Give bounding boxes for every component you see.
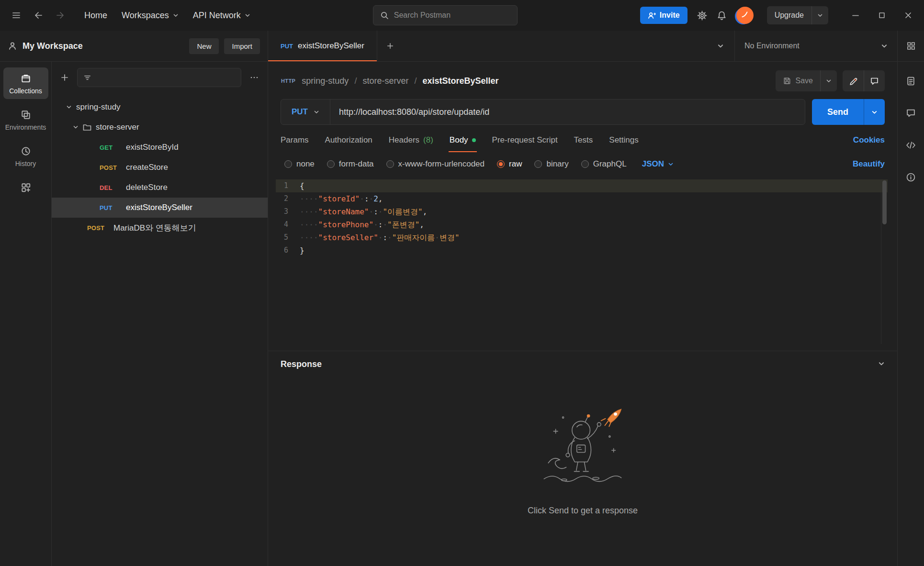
mode-label: none — [296, 159, 315, 169]
body-mode-raw[interactable]: raw — [497, 159, 522, 169]
request-item[interactable]: POSTcreateStore — [52, 157, 268, 178]
method-select[interactable]: PUT — [281, 107, 330, 117]
cookies-link[interactable]: Cookies — [853, 135, 885, 152]
language-select[interactable]: JSON — [642, 159, 674, 169]
nav-home-label: Home — [84, 11, 107, 21]
send-options-chevron[interactable] — [864, 99, 885, 125]
rail-label-history: History — [15, 160, 36, 167]
body-mode-form-data[interactable]: form-data — [327, 159, 374, 169]
request-actions-group — [843, 70, 885, 91]
add-collection-button[interactable] — [60, 73, 69, 82]
scrollbar-thumb[interactable] — [882, 180, 887, 224]
sidebar-item-mock-servers[interactable] — [3, 177, 48, 197]
settings-gear-icon[interactable] — [697, 11, 707, 21]
request-item[interactable]: POSTMariaDB와 연동해보기 — [52, 218, 268, 238]
request-tab-body[interactable]: Body — [450, 135, 476, 152]
beautify-button[interactable]: Beautify — [853, 159, 885, 169]
url-input[interactable]: http://localhost:8080/api/store/update/i… — [330, 107, 498, 117]
empty-response-text: Click Send to get a response — [528, 506, 638, 516]
folder-item[interactable]: store-server — [52, 117, 268, 137]
sidebar-filter-input[interactable] — [77, 68, 241, 87]
nav-workspaces[interactable]: Workspaces — [122, 11, 179, 21]
upgrade-button[interactable]: Upgrade — [767, 6, 828, 24]
editor-line[interactable]: 4····"storePhone"·:·"폰변경", — [276, 218, 888, 231]
request-tab-params[interactable]: Params — [281, 135, 309, 152]
send-button-group: Send — [812, 99, 885, 125]
request-item[interactable]: GETexistStoreById — [52, 137, 268, 157]
minimize-icon[interactable] — [851, 11, 860, 20]
send-button[interactable]: Send — [812, 99, 864, 125]
editor-line[interactable]: 2····"storeId"·:·2, — [276, 192, 888, 205]
chevron-down-icon — [717, 43, 724, 49]
environment-quick-look-button[interactable] — [897, 31, 924, 61]
code-text: ····"storeName"·:·"이름변경", — [300, 205, 427, 218]
tab-overflow-button[interactable] — [707, 31, 734, 61]
item-label: existStoreById — [126, 143, 179, 152]
maximize-icon[interactable] — [878, 11, 886, 19]
item-label: existStoreBySeller — [126, 203, 192, 212]
request-item[interactable]: PUTexistStoreBySeller — [52, 198, 268, 218]
editor-scrollbar[interactable] — [881, 179, 888, 344]
nav-home[interactable]: Home — [84, 11, 107, 21]
chevron-down-icon — [668, 161, 674, 167]
save-button[interactable]: Save — [776, 70, 820, 91]
new-tab-button[interactable] — [377, 31, 403, 61]
request-tab-settings[interactable]: Settings — [609, 135, 638, 152]
back-icon[interactable] — [34, 11, 43, 20]
body-mode-binary[interactable]: binary — [534, 159, 568, 169]
request-tab-pre-request-script[interactable]: Pre-request Script — [492, 135, 558, 152]
response-title: Response — [281, 359, 322, 369]
more-options-icon[interactable] — [249, 73, 259, 82]
body-editor[interactable]: 1{2····"storeId"·:·2,3····"storeName"·:·… — [276, 179, 888, 344]
tab-label: Params — [281, 135, 309, 145]
sidebar-item-history[interactable]: History — [3, 140, 48, 172]
avatar[interactable] — [736, 7, 754, 24]
body-mode-x-www-form-urlencoded[interactable]: x-www-form-urlencoded — [386, 159, 485, 169]
forward-icon[interactable] — [56, 11, 65, 20]
workspace-person-icon — [8, 41, 17, 51]
nav-api-network[interactable]: API Network — [193, 11, 250, 21]
global-search-input[interactable]: Search Postman — [373, 5, 518, 25]
chevron-down-icon — [173, 12, 179, 18]
rename-button[interactable] — [843, 70, 864, 91]
sidebar-item-environments[interactable]: Environments — [3, 104, 48, 135]
body-mode-row: noneform-datax-www-form-urlencodedrawbin… — [268, 152, 897, 177]
save-options-chevron[interactable] — [820, 70, 837, 91]
line-number: 4 — [276, 218, 300, 231]
body-mode-none[interactable]: none — [284, 159, 315, 169]
response-collapse-button[interactable] — [878, 359, 885, 369]
code-icon[interactable] — [906, 140, 916, 150]
comments-icon[interactable] — [906, 108, 916, 118]
documentation-icon[interactable] — [906, 76, 916, 86]
request-tab-tests[interactable]: Tests — [574, 135, 593, 152]
request-tab-headers[interactable]: Headers(8) — [389, 135, 433, 152]
breadcrumb-item[interactable]: spring-study — [302, 76, 349, 86]
breadcrumb-item[interactable]: existStoreBySeller — [422, 76, 498, 86]
sidebar-item-collections[interactable]: Collections — [3, 67, 48, 99]
request-tab-existstorebyseller[interactable]: PUT existStoreBySeller — [268, 31, 377, 61]
new-button[interactable]: New — [189, 38, 219, 54]
editor-line[interactable]: 5····"storeSeller"·:·"판매자이름·변경" — [276, 231, 888, 244]
environment-selector[interactable]: No Environment — [734, 31, 897, 61]
upgrade-chevron[interactable] — [811, 6, 828, 24]
search-icon — [380, 11, 389, 20]
mode-label: binary — [546, 159, 568, 169]
editor-line[interactable]: 1{ — [276, 179, 888, 192]
workspace-name[interactable]: My Workspace — [23, 41, 83, 51]
info-icon[interactable] — [906, 172, 916, 182]
request-item[interactable]: DELdeleteStore — [52, 178, 268, 198]
breadcrumb-item[interactable]: store-server — [362, 76, 408, 86]
notifications-bell-icon[interactable] — [717, 11, 727, 21]
invite-button[interactable]: Invite — [640, 7, 687, 24]
import-button[interactable]: Import — [224, 38, 260, 54]
close-icon[interactable] — [904, 11, 913, 20]
editor-line[interactable]: 6} — [276, 244, 888, 257]
top-nav: Home Workspaces API Network — [84, 11, 250, 21]
collections-icon — [21, 73, 31, 84]
body-mode-graphql[interactable]: GraphQL — [581, 159, 627, 169]
editor-line[interactable]: 3····"storeName"·:·"이름변경", — [276, 205, 888, 218]
comments-button[interactable] — [864, 70, 885, 91]
menu-icon[interactable] — [11, 11, 21, 20]
request-tab-authorization[interactable]: Authorization — [325, 135, 372, 152]
collection-item[interactable]: spring-study — [52, 97, 268, 117]
